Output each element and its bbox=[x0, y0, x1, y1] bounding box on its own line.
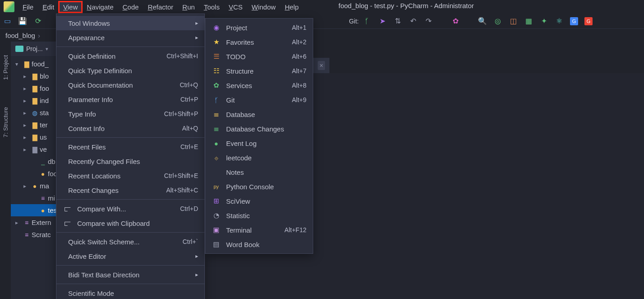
menu-item-label: Recent Locations bbox=[68, 172, 148, 180]
tool-windows-item[interactable]: ᚶGitAlt+9 bbox=[205, 93, 313, 107]
menu-item-shortcut: Ctrl+D bbox=[169, 205, 198, 212]
view-menu-item[interactable]: Quick DefinitionCtrl+Shift+I bbox=[56, 49, 204, 63]
view-menu-item[interactable]: Bidi Text Base Direction▸ bbox=[56, 267, 204, 282]
tool-windows-item[interactable]: Notes bbox=[205, 165, 313, 179]
menu-item-shortcut: Alt+Q bbox=[171, 125, 198, 132]
tree-label: db bbox=[48, 158, 56, 165]
view-menu-item[interactable]: Parameter InfoCtrl+P bbox=[56, 92, 204, 107]
tool-window-label: Project bbox=[226, 24, 276, 32]
gutter-tab-structure[interactable]: 7: Structure bbox=[2, 107, 9, 137]
tool-window-icon: ᚶ bbox=[212, 96, 221, 104]
menu-item-label: Scientific Mode bbox=[68, 290, 198, 297]
tool-window-shortcut: Alt+2 bbox=[281, 38, 306, 46]
gutter-tab-project[interactable]: 1: Project bbox=[2, 55, 9, 80]
view-menu-item[interactable]: Recently Changed Files bbox=[56, 154, 204, 168]
tree-label: ter bbox=[40, 121, 48, 129]
tree-chevron-icon: ▸ bbox=[23, 98, 30, 104]
view-menu-item[interactable]: ⫍Compare With...Ctrl+D bbox=[56, 201, 204, 216]
tool-windows-item[interactable]: ★FavoritesAlt+2 bbox=[205, 35, 313, 49]
open-icon[interactable]: ▭ bbox=[3, 17, 12, 26]
menu-vcs[interactable]: VCS bbox=[224, 1, 247, 13]
push-icon[interactable]: ⇅ bbox=[393, 17, 402, 26]
folder-icon: ▇ bbox=[30, 121, 40, 129]
view-menu-item[interactable]: Context InfoAlt+Q bbox=[56, 121, 204, 135]
menu-tools[interactable]: Tools bbox=[199, 1, 224, 13]
menu-view[interactable]: View bbox=[59, 1, 82, 13]
tool-window-icon: ● bbox=[212, 140, 221, 147]
view-menu-item[interactable]: Quick Switch Scheme...Ctrl+` bbox=[56, 234, 204, 249]
tool-windows-item[interactable]: ✿ServicesAlt+8 bbox=[205, 78, 313, 93]
tool-window-label: Database Changes bbox=[226, 125, 306, 133]
menu-edit[interactable]: Edit bbox=[38, 1, 59, 13]
tree-chevron-icon: ▸ bbox=[23, 110, 30, 116]
history-fwd-icon[interactable]: ↷ bbox=[424, 17, 433, 26]
save-icon[interactable]: 💾 bbox=[18, 17, 27, 26]
menu-run[interactable]: Run bbox=[178, 1, 199, 13]
window-title: food_blog - test.py - PyCharm - Administ… bbox=[338, 2, 474, 9]
menu-file[interactable]: File bbox=[18, 1, 38, 13]
tool-windows-item[interactable]: ☰TODOAlt+6 bbox=[205, 49, 313, 64]
menu-help[interactable]: Help bbox=[280, 1, 303, 13]
tool-window-shortcut: Alt+7 bbox=[281, 67, 306, 75]
commit-icon[interactable]: ➤ bbox=[378, 17, 387, 26]
view-menu-item[interactable]: Scientific Mode bbox=[56, 286, 204, 299]
view-menu-item[interactable]: Type InfoCtrl+Shift+P bbox=[56, 107, 204, 121]
menu-item-shortcut: Ctrl+E bbox=[170, 143, 198, 150]
view-menu-item[interactable]: ⫍Compare with Clipboard bbox=[56, 216, 204, 230]
view-menu-item[interactable]: Tool Windows▸ bbox=[56, 16, 204, 30]
view-menu-item[interactable]: Quick Type Definition bbox=[56, 63, 204, 78]
history-back-icon[interactable]: ↶ bbox=[408, 17, 417, 26]
view-menu-item[interactable]: Appearance▸ bbox=[56, 30, 204, 45]
folder-icon: ▇ bbox=[22, 61, 32, 68]
tree-chevron-icon: ▾ bbox=[15, 61, 22, 67]
tool-windows-item[interactable]: pyPython Console bbox=[205, 179, 313, 194]
menu-navigate[interactable]: Navigate bbox=[82, 1, 118, 13]
menu-item-label: Type Info bbox=[68, 110, 148, 118]
tool-windows-item[interactable]: ≣Database Changes bbox=[205, 121, 313, 136]
tree-label: tes bbox=[48, 206, 57, 214]
search-icon[interactable]: 🔍 bbox=[478, 17, 487, 26]
tool-windows-item[interactable]: ⟐leetcode bbox=[205, 150, 313, 165]
tool-windows-item[interactable]: ≣Database bbox=[205, 107, 313, 121]
folder-icon: ▇ bbox=[30, 73, 40, 80]
plugin-icon[interactable]: ✦ bbox=[539, 17, 548, 26]
tool-window-shortcut: Alt+9 bbox=[281, 96, 306, 103]
atom-icon[interactable]: ⚛ bbox=[555, 17, 564, 26]
tool-windows-item[interactable]: ☷StructureAlt+7 bbox=[205, 64, 313, 78]
code-with-me-icon[interactable]: ◫ bbox=[509, 17, 518, 26]
view-menu-item[interactable]: Recent FilesCtrl+E bbox=[56, 140, 204, 154]
settings-icon[interactable]: ✿ bbox=[451, 17, 460, 26]
editor-tab[interactable]: × bbox=[313, 58, 329, 73]
view-menu-item[interactable]: Recent ChangesAlt+Shift+C bbox=[56, 183, 204, 197]
sync-icon[interactable]: ⟳ bbox=[33, 17, 42, 26]
tool-windows-item[interactable]: ⊞SciView bbox=[205, 194, 313, 208]
tool-windows-item[interactable]: ◉ProjectAlt+1 bbox=[205, 20, 313, 35]
menu-item-shortcut: Alt+Shift+C bbox=[155, 187, 198, 194]
tool-window-icon: ▣ bbox=[212, 226, 221, 234]
g-icon-2[interactable]: G bbox=[584, 17, 593, 25]
tree-chevron-icon: ▸ bbox=[23, 146, 30, 153]
close-tab-icon[interactable]: × bbox=[318, 61, 325, 70]
view-menu-item[interactable]: Recent LocationsCtrl+Shift+E bbox=[56, 168, 204, 183]
menu-refactor[interactable]: Refactor bbox=[143, 1, 178, 13]
menu-code[interactable]: Code bbox=[118, 1, 144, 13]
search-everywhere-icon[interactable]: ◎ bbox=[493, 17, 502, 26]
tool-windows-item[interactable]: ▣TerminalAlt+F12 bbox=[205, 223, 313, 237]
tool-windows-item[interactable]: ◔Statistic bbox=[205, 208, 313, 223]
branch-icon[interactable]: ᚶ bbox=[362, 17, 371, 26]
tree-chevron-icon: ▸ bbox=[23, 122, 30, 128]
tool-windows-item[interactable]: ▤Word Book bbox=[205, 237, 313, 252]
tool-window-label: Statistic bbox=[226, 212, 306, 220]
menu-window[interactable]: Window bbox=[247, 1, 280, 13]
tool-window-label: Event Log bbox=[226, 140, 306, 147]
view-menu-item[interactable]: Quick DocumentationCtrl+Q bbox=[56, 78, 204, 92]
g-icon-1[interactable]: G bbox=[570, 17, 578, 25]
tool-window-icon: ☷ bbox=[212, 67, 221, 75]
submenu-arrow-icon: ▸ bbox=[195, 253, 198, 259]
menu-item-label: Tool Windows bbox=[68, 19, 190, 27]
database-tool-icon[interactable]: ▦ bbox=[524, 17, 533, 26]
breadcrumb-segment[interactable]: food_blog bbox=[5, 32, 35, 39]
pycharm-logo-icon bbox=[4, 1, 14, 12]
tool-windows-item[interactable]: ●Event Log bbox=[205, 136, 313, 150]
view-menu-item[interactable]: Active Editor▸ bbox=[56, 249, 204, 263]
